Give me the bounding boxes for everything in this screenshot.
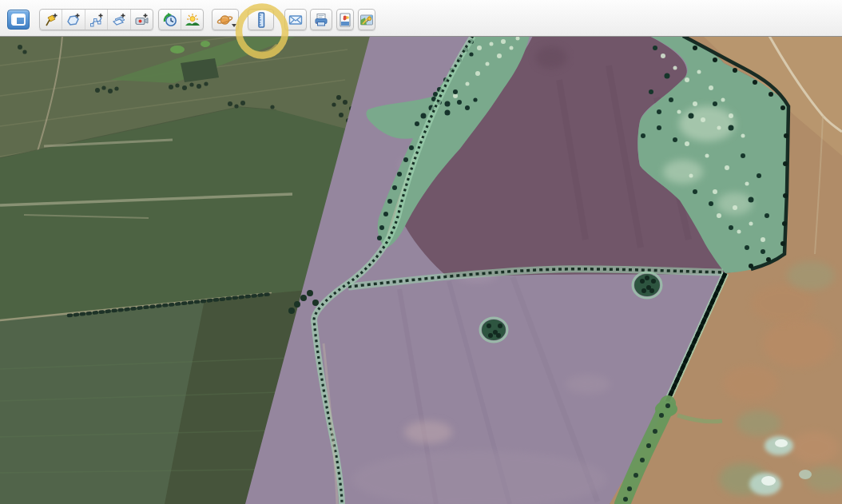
record-tour-button[interactable] bbox=[130, 10, 153, 30]
dropdown-arrow-icon bbox=[232, 24, 236, 27]
envelope-icon bbox=[288, 12, 304, 28]
add-image-overlay-button[interactable] bbox=[107, 10, 129, 30]
save-image-icon bbox=[338, 12, 352, 28]
tour-camera-icon bbox=[133, 12, 149, 28]
creation-tools-group bbox=[39, 9, 153, 30]
map-viewport[interactable] bbox=[0, 36, 842, 504]
sun-landscape-icon bbox=[185, 12, 201, 28]
add-placemark-button[interactable] bbox=[40, 10, 62, 30]
main-toolbar bbox=[0, 0, 842, 37]
satellite-imagery bbox=[0, 36, 842, 504]
historical-imagery-button[interactable] bbox=[159, 10, 181, 30]
image-overlay-icon bbox=[111, 12, 127, 28]
path-nodes-icon bbox=[89, 12, 105, 28]
sunlight-button[interactable] bbox=[181, 10, 203, 30]
ruler-icon bbox=[253, 11, 269, 29]
sidebar-panels-icon bbox=[11, 14, 26, 26]
placemark-pin-icon bbox=[43, 12, 59, 28]
tree-island-teardrop bbox=[480, 318, 507, 342]
time-tools-group bbox=[158, 9, 204, 30]
email-button[interactable] bbox=[284, 9, 307, 30]
history-clock-icon bbox=[162, 12, 178, 28]
map-pin-icon bbox=[359, 13, 374, 27]
polygon-icon bbox=[66, 12, 81, 28]
add-path-button[interactable] bbox=[85, 10, 107, 30]
toggle-sidebar-button[interactable] bbox=[7, 10, 30, 30]
printer-icon bbox=[313, 12, 329, 28]
save-image-button[interactable] bbox=[336, 9, 354, 30]
dark-field-shadow bbox=[535, 46, 567, 69]
print-button[interactable] bbox=[310, 9, 332, 30]
tree-island-round bbox=[633, 272, 661, 298]
show-ruler-button[interactable] bbox=[248, 9, 274, 30]
view-in-maps-button[interactable] bbox=[358, 9, 375, 30]
switch-planet-button[interactable] bbox=[212, 9, 239, 30]
add-polygon-button[interactable] bbox=[62, 10, 84, 30]
